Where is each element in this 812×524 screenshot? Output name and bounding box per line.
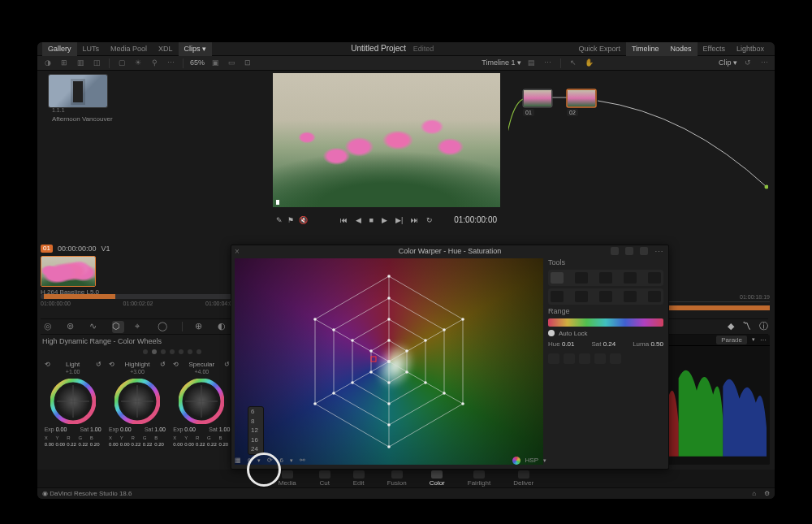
reset-icon[interactable]: ↺ (742, 58, 754, 69)
tab-luts[interactable]: LUTs (77, 42, 106, 56)
palette-blur-icon[interactable]: ◐ (218, 321, 230, 333)
palette-windows-icon[interactable]: ◯ (158, 321, 170, 333)
page-cut[interactable]: Cut (319, 470, 330, 487)
prev-icon[interactable]: ◀ (356, 216, 361, 225)
viewer-timecode[interactable]: 01:00:00:00 (454, 215, 497, 225)
home-icon[interactable]: ⌂ (752, 490, 756, 498)
warper-action-icons[interactable] (548, 353, 663, 364)
warper-select-tools[interactable] (548, 270, 663, 286)
stop-icon[interactable]: ■ (369, 216, 374, 225)
page-tabs: Media Cut Edit Fusion Color Fairlight De… (37, 470, 775, 487)
page-color[interactable]: Color (430, 470, 445, 487)
last-frame-icon[interactable]: ⏭ (411, 216, 418, 225)
mini-timeline[interactable]: 01:00:00:00 01:00:02:02 01:00:04:04 (41, 294, 235, 305)
page-media[interactable]: Media (279, 470, 296, 487)
wheel-light[interactable]: ⟲Light↺ +1.00 Exp 0.00Sat 1.00 X 0.00Y 0… (43, 361, 103, 448)
clip-selector[interactable]: Clip ▾ (719, 58, 737, 67)
tab-timeline[interactable]: Timeline (626, 42, 665, 56)
settings-gear-icon[interactable]: ⚙ (764, 490, 770, 498)
timeline-selector[interactable]: Timeline 1 ▾ (482, 58, 521, 67)
invert-icon (624, 291, 637, 302)
loop-icon[interactable]: ↻ (426, 216, 433, 225)
cursor-icon[interactable]: ↖ (568, 58, 579, 69)
tab-xdl[interactable]: XDL (153, 42, 179, 56)
playhead-icon[interactable] (276, 200, 279, 205)
auto-lock-toggle[interactable]: Auto Lock (548, 330, 663, 338)
res-value[interactable]: 6 (248, 457, 251, 465)
colorspace-label[interactable]: HSP (525, 457, 538, 465)
opts2-icon[interactable]: ⋯ (758, 58, 770, 69)
draw-icon (551, 291, 564, 302)
palette-qualifier-icon[interactable]: ⌖ (135, 321, 147, 333)
grow-icon (599, 272, 612, 284)
warper-readout[interactable]: Hue 0.01 Sat 0.24 Luma 0.50 (548, 340, 663, 349)
wheel-pager[interactable] (143, 349, 201, 354)
mute-icon[interactable]: 🔇 (299, 216, 308, 225)
palette-primaries-icon[interactable]: ◎ (44, 321, 56, 333)
palette-curves-icon[interactable]: ∿ (89, 321, 102, 333)
color-wheel-icon[interactable] (50, 379, 96, 424)
options-icon[interactable]: ⋯ (165, 58, 176, 69)
render-icon[interactable]: ▤ (526, 58, 538, 69)
gallery-still[interactable] (49, 75, 107, 107)
resolve-logo-icon: ◉ (42, 490, 48, 498)
next-icon[interactable]: ▶| (395, 216, 403, 225)
warper-grid[interactable] (235, 258, 543, 465)
aspect-icon[interactable]: ⊡ (242, 58, 253, 69)
tab-lightbox[interactable]: Lightbox (731, 42, 770, 56)
wheel-specular[interactable]: ⟲Specular↺ +4.00 Exp 0.00Sat 1.00 X 0.00… (171, 361, 231, 448)
wheel-highlight[interactable]: ⟲Highlight↺ +3.00 Exp 0.00Sat 1.00 X 0.0… (107, 361, 167, 448)
hand-icon[interactable]: ✋ (584, 58, 595, 69)
page-edit[interactable]: Edit (353, 470, 365, 487)
warper-mode-icons[interactable]: ⋯ (611, 247, 663, 258)
hdr-wheels: ⟲Light↺ +1.00 Exp 0.00Sat 1.00 X 0.00Y 0… (41, 361, 234, 448)
node-graph[interactable]: 01 02 (508, 73, 768, 227)
marker-icon[interactable]: ✎ (276, 216, 283, 225)
scopes-icon[interactable]: 〽 (742, 321, 751, 331)
tab-nodes[interactable]: Nodes (665, 42, 698, 56)
zoom-icon[interactable]: ⚲ (149, 58, 160, 69)
split-icon[interactable]: ▥ (75, 58, 86, 69)
wipe-icon[interactable]: ◫ (91, 58, 102, 69)
svg-rect-3 (524, 90, 551, 106)
svg-point-52 (461, 318, 464, 321)
project-state: Edited (413, 45, 434, 53)
more-icon[interactable]: ⋯ (542, 58, 554, 69)
tab-clips[interactable]: Clips ▾ (179, 42, 213, 56)
page-fairlight[interactable]: Fairlight (468, 470, 490, 487)
highlight-icon[interactable]: ☀ (132, 58, 144, 69)
keyframe-icon[interactable]: ◆ (728, 321, 734, 331)
palette-tracking-icon[interactable]: ⊕ (195, 321, 207, 333)
clip-thumbnail[interactable] (41, 256, 96, 287)
page-fusion[interactable]: Fusion (387, 470, 407, 487)
grid-icon[interactable]: ⊞ (58, 58, 70, 69)
clip-tc: 00:00:00:00 (58, 245, 97, 253)
first-frame-icon[interactable]: ⏮ (340, 216, 348, 225)
tab-quickexport[interactable]: Quick Export (572, 42, 626, 56)
viewer-frame[interactable] (273, 73, 500, 207)
zoom-value[interactable]: 65% (190, 58, 205, 67)
fit-icon[interactable]: ▭ (226, 58, 237, 69)
palette-warper-icon[interactable]: ⬡ (112, 321, 124, 333)
info-icon[interactable]: ⓘ (759, 321, 768, 331)
bypass-icon[interactable]: ◑ (42, 58, 54, 69)
flag-icon[interactable]: ⚑ (287, 216, 294, 225)
tab-gallery[interactable]: Gallery (42, 42, 77, 56)
hue-range-bar[interactable] (548, 318, 663, 327)
scope-mode-dropdown[interactable]: Parade (716, 336, 747, 345)
svg-point-50 (332, 328, 335, 331)
tab-effects[interactable]: Effects (698, 42, 731, 56)
still-id: 1.1.1 (52, 107, 273, 114)
warper-edit-tools[interactable] (548, 288, 663, 305)
play-icon[interactable]: ▶ (382, 216, 387, 225)
tab-mediapool[interactable]: Media Pool (105, 42, 153, 56)
scope-opts-icon[interactable]: ⋯ (760, 336, 767, 344)
image-icon[interactable]: ▢ (116, 58, 127, 69)
palette-hdr-icon[interactable]: ⊚ (67, 321, 79, 333)
target-icon (624, 272, 637, 284)
app-window: Gallery LUTs Media Pool XDL Clips ▾ Unti… (37, 42, 775, 499)
grid-res-icon[interactable]: ▦ (235, 457, 241, 465)
page-deliver[interactable]: Deliver (513, 470, 533, 487)
fullscreen-icon[interactable]: ▣ (209, 58, 221, 69)
node-2: 02 (567, 89, 596, 116)
